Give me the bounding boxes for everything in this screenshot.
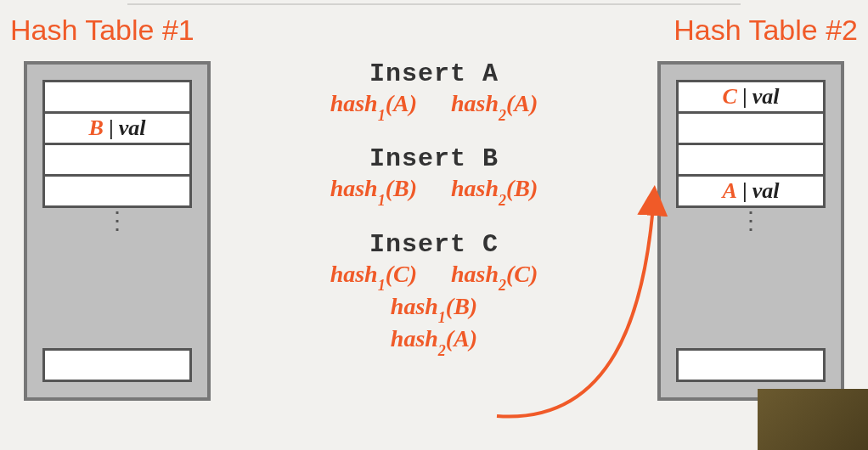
op-insert-c-hashes-row-1: hash1(C) hash2(C) xyxy=(246,261,622,291)
title-hash-table-2: Hash Table #2 xyxy=(674,14,858,47)
title-hash-table-1: Hash Table #1 xyxy=(10,14,194,47)
ht1-slot-last xyxy=(42,348,192,382)
ht2-slot-last xyxy=(676,348,826,382)
hash-term: hash2(B) xyxy=(451,175,538,205)
ht2-slot-1 xyxy=(676,111,826,145)
op-insert-a: Insert A hash1(A) hash2(A) xyxy=(246,59,622,121)
op-insert-a-title: Insert A xyxy=(246,59,622,88)
hash-term: hash2(C) xyxy=(451,261,538,291)
op-insert-c-hashes-row-2: hash1(B) xyxy=(246,293,622,323)
hash-term: hash1(A) xyxy=(330,90,417,121)
op-insert-b-hashes: hash1(B) hash2(B) xyxy=(246,175,622,205)
ht2-slot-3-value: A|val xyxy=(723,178,780,204)
ht2-slot-0: C|val xyxy=(676,80,826,114)
ht1-slot-2 xyxy=(42,143,192,177)
ht2-ellipsis-icon: ⋮ xyxy=(676,208,826,235)
op-insert-a-hashes: hash1(A) hash2(A) xyxy=(246,90,622,121)
hash-term: hash1(B) xyxy=(330,175,417,205)
hash-table-1: B|val ⋮ xyxy=(24,61,211,401)
hash-table-2: C|val A|val ⋮ xyxy=(657,61,844,401)
video-overlay-corner xyxy=(758,389,868,450)
hash-table-1-slots: B|val ⋮ xyxy=(42,80,192,235)
hash-table-2-slots: C|val A|val ⋮ xyxy=(676,80,826,235)
ht2-slot-3: A|val xyxy=(676,174,826,208)
operations-list: Insert A hash1(A) hash2(A) Insert B hash… xyxy=(246,59,622,356)
ht1-slot-3 xyxy=(42,174,192,208)
top-divider xyxy=(127,3,741,5)
ht2-slot-2 xyxy=(676,143,826,177)
op-insert-c: Insert C hash1(C) hash2(C) hash1(B) hash… xyxy=(246,230,622,357)
op-insert-c-hashes-row-3: hash2(A) xyxy=(246,325,622,356)
ht1-slot-1-value: B|val xyxy=(89,115,146,141)
hash-term: hash2(A) xyxy=(451,90,538,121)
op-insert-b-title: Insert B xyxy=(246,144,622,173)
ht1-slot-1: B|val xyxy=(42,111,192,145)
ht1-ellipsis-icon: ⋮ xyxy=(42,208,192,235)
op-insert-c-title: Insert C xyxy=(246,230,622,259)
hash-term: hash1(C) xyxy=(330,261,417,291)
ht2-slot-0-value: C|val xyxy=(723,84,780,110)
ht1-slot-0 xyxy=(42,80,192,114)
hash-term: hash1(B) xyxy=(391,293,477,323)
op-insert-b: Insert B hash1(B) hash2(B) xyxy=(246,144,622,205)
hash-term: hash2(A) xyxy=(391,325,477,356)
